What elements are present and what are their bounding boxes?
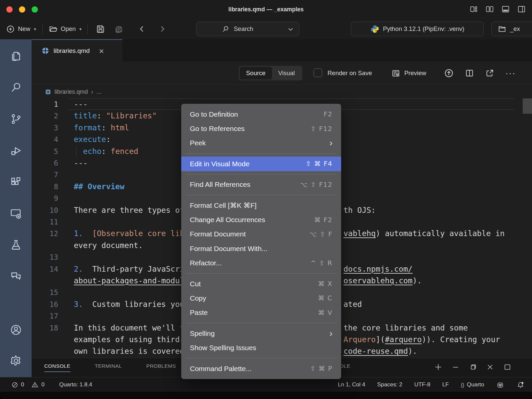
panel-layout-icon[interactable] (503, 363, 512, 371)
code-line-text-right: docs.npmjs.com/ (343, 263, 413, 275)
menu-item-label: Format Document With... (190, 245, 267, 253)
code-token: ## Overview (74, 182, 124, 191)
menu-item-edit-in-visual-mode[interactable]: Edit in Visual Mode⇧ ⌘ F4 (181, 157, 341, 171)
menu-separator (186, 195, 336, 195)
menu-item-find-all-references[interactable]: Find All References⌥ ⇧ F12 (181, 178, 341, 192)
menu-item-format-document-with[interactable]: Format Document With... (181, 241, 341, 256)
extensions-icon[interactable] (10, 176, 22, 189)
interpreter-selector[interactable]: Python 3.12.1 (PipEnv: .venv) (351, 22, 484, 36)
menu-item-command-palette[interactable]: Command Palette...⇧ ⌘ P (181, 361, 341, 376)
chat-icon[interactable] (10, 270, 22, 283)
settings-gear-icon[interactable] (10, 354, 22, 367)
line-number: 3 (32, 122, 58, 134)
new-console-plus-icon[interactable] (434, 363, 443, 371)
notifications-bell-icon[interactable] (516, 381, 525, 389)
eol-status[interactable]: LF (442, 381, 449, 388)
indentation-status[interactable]: Spaces: 2 (377, 381, 402, 388)
code-token (74, 147, 83, 156)
new-button[interactable]: New ▾ (6, 25, 36, 34)
menu-item-cut[interactable]: Cut⌘ X (181, 277, 341, 291)
source-control-icon[interactable] (10, 113, 22, 125)
menu-item-peek[interactable]: Peek› (181, 136, 341, 150)
remote-explorer-icon[interactable] (10, 207, 22, 220)
save-all-icon[interactable] (114, 24, 123, 34)
problems-status[interactable]: 0 0 (11, 381, 45, 388)
chevron-down-icon[interactable] (288, 27, 294, 32)
code-token: ) automatically available in (376, 229, 505, 238)
code-line-text-right: th OJS: (343, 204, 376, 216)
code-token: title (74, 111, 97, 120)
code-token: format (74, 123, 101, 132)
run-debug-icon[interactable] (10, 144, 22, 157)
code-token: : (101, 147, 111, 156)
line-number: 8 (32, 181, 58, 193)
breadcrumb-file[interactable]: libraries.qmd (55, 88, 88, 95)
menu-item-label: Command Palette... (190, 365, 252, 373)
search-input[interactable]: Search (196, 22, 299, 36)
account-icon[interactable] (10, 324, 22, 336)
breadcrumb-more[interactable]: ... (96, 88, 101, 95)
minimize-panel-icon[interactable] (451, 363, 460, 371)
menu-item-shortcut: ⌘ C (318, 294, 332, 302)
menu-item-spelling[interactable]: Spelling› (181, 326, 341, 340)
explorer-icon[interactable] (10, 50, 22, 63)
window-bottom-gap (0, 392, 532, 399)
editor-scrollbar[interactable] (523, 98, 532, 114)
code-line-text-right: ated (343, 299, 362, 310)
language-mode-status[interactable]: {} Quarto (461, 381, 484, 388)
restore-panel-icon[interactable] (468, 363, 477, 371)
code-line-text: echo: fenced (74, 146, 138, 157)
toggle-panel-icon[interactable] (501, 5, 510, 14)
open-in-new-window-icon[interactable] (485, 68, 494, 78)
close-tab-icon[interactable]: × (99, 47, 104, 55)
panel-tab-console[interactable]: CONSOLE (44, 363, 70, 372)
navigate-forward-icon[interactable] (158, 25, 167, 33)
toggle-secondary-sidebar-icon[interactable] (517, 5, 526, 14)
close-panel-icon[interactable] (486, 363, 494, 371)
folder-icon (498, 25, 506, 33)
menu-item-show-spelling-issues[interactable]: Show Spelling Issues (181, 340, 341, 355)
menu-item-copy[interactable]: Copy⌘ C (181, 291, 341, 305)
menu-item-label: Format Cell [⌘K ⌘F] (190, 201, 257, 209)
cursor-position-status[interactable]: Ln 1, Col 4 (338, 381, 365, 388)
source-mode-button[interactable]: Source (240, 67, 272, 79)
testing-beaker-icon[interactable] (10, 239, 22, 251)
menu-item-go-to-references[interactable]: Go to References⇧ F12 (181, 121, 341, 136)
navigate-back-icon[interactable] (138, 25, 146, 33)
feedback-icon[interactable] (496, 381, 504, 389)
preview-button[interactable]: Preview (391, 62, 426, 85)
panel-tab-terminal[interactable]: TERMINAL (95, 363, 122, 371)
search-sidebar-icon[interactable] (10, 81, 22, 94)
menu-item-format-cell-k-f[interactable]: Format Cell [⌘K ⌘F] (181, 198, 341, 212)
render-on-save-checkbox[interactable] (314, 68, 322, 77)
code-line-text: --- (74, 157, 88, 169)
code-token: ated (343, 300, 362, 309)
render-on-save-label: Render on Save (328, 62, 372, 85)
menu-item-go-to-definition[interactable]: Go to DefinitionF2 (181, 107, 341, 121)
render-document-icon[interactable] (444, 68, 454, 78)
code-line-text: format: html (74, 122, 129, 134)
menu-item-shortcut: F2 (324, 110, 332, 118)
code-token: ). (413, 276, 422, 285)
menu-item-change-all-occurrences[interactable]: Change All Occurrences⌘ F2 (181, 212, 341, 227)
open-button[interactable]: Open ▾ (49, 24, 82, 34)
code-token: 2. (74, 265, 83, 273)
app-window: libraries.qmd — _examples (0, 0, 532, 399)
save-icon[interactable] (96, 24, 105, 34)
visual-mode-button[interactable]: Visual (272, 67, 301, 79)
encoding-status[interactable]: UTF-8 (414, 381, 430, 388)
braces-icon: {} (461, 382, 464, 388)
quarto-file-icon (45, 89, 51, 95)
customize-layout-icon[interactable] (469, 5, 478, 14)
session-folder-button[interactable]: _ex (491, 22, 532, 36)
quarto-version-status[interactable]: Quarto: 1.8.4 (59, 381, 92, 388)
toggle-sidebar-icon[interactable] (485, 5, 494, 14)
menu-item-label: Spelling (190, 330, 215, 337)
split-editor-icon[interactable] (465, 68, 474, 78)
menu-item-paste[interactable]: Paste⌘ V (181, 306, 341, 320)
more-actions-icon[interactable]: ··· (505, 68, 516, 78)
menu-item-refactor[interactable]: Refactor...^ ⇧ R (181, 256, 341, 270)
menu-item-format-document[interactable]: Format Document⌥ ⇧ F (181, 227, 341, 241)
tab-libraries-qmd[interactable]: libraries.qmd × (32, 39, 122, 62)
panel-tab-problems[interactable]: PROBLEMS (146, 363, 176, 371)
